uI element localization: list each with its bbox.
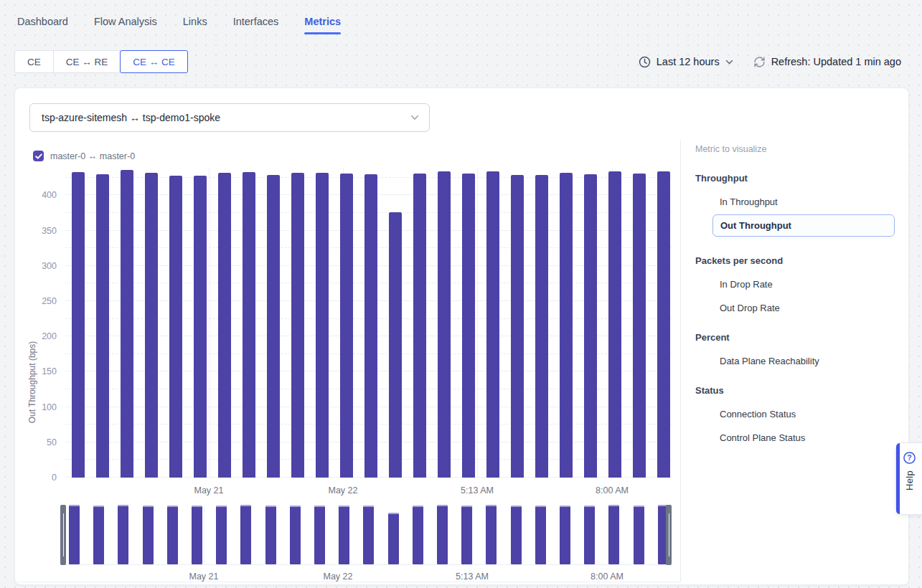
metric-group-title: Status (695, 385, 894, 396)
bar[interactable] (218, 173, 231, 478)
gridline-vertical (607, 505, 608, 564)
nav-item-flow-analysis[interactable]: Flow Analysis (94, 16, 157, 34)
main-bar-chart[interactable] (65, 167, 672, 478)
y-tick-label: 50 (47, 437, 57, 447)
bar[interactable] (389, 212, 402, 478)
metric-item-in-throughput[interactable]: In Throughput (695, 196, 894, 207)
brush-handle-left[interactable] (60, 505, 66, 565)
overview-bar (167, 506, 178, 564)
overview-bar (118, 505, 128, 564)
overview-bar (584, 506, 595, 564)
x-tick-label: 5:13 AM (456, 572, 489, 582)
series-checkbox-label: master-0 ↔ master-0 (50, 151, 135, 161)
overview-brush-chart[interactable] (60, 505, 672, 565)
series-checkbox[interactable]: master-0 ↔ master-0 (33, 151, 135, 161)
y-tick-label: 150 (42, 366, 57, 376)
bar[interactable] (291, 173, 304, 478)
metric-item-out-throughput[interactable]: Out Throughput (712, 214, 895, 237)
bar[interactable] (560, 173, 573, 478)
bar[interactable] (486, 171, 499, 478)
overview-bar (486, 505, 497, 564)
y-tick-label: 250 (42, 296, 57, 306)
bar[interactable] (145, 173, 158, 478)
overview-bar (634, 506, 644, 564)
clock-icon (639, 56, 651, 68)
panel-content: master-0 ↔ master-0 Out Throughput (bps)… (15, 141, 908, 585)
time-range-dropdown[interactable]: Last 12 hours (639, 56, 733, 68)
overview-bar (216, 506, 227, 564)
nav-item-dashboard[interactable]: Dashboard (17, 16, 68, 34)
overview-bar (339, 506, 349, 564)
bar[interactable] (633, 174, 646, 478)
overview-bar (143, 506, 154, 564)
bar[interactable] (96, 174, 109, 478)
bar[interactable] (72, 172, 85, 478)
bar[interactable] (535, 175, 548, 478)
help-circle-icon: ? (903, 451, 916, 465)
bar[interactable] (584, 174, 597, 478)
top-nav: Dashboard Flow Analysis Links Interfaces… (17, 16, 341, 34)
bar[interactable] (608, 171, 621, 478)
bar[interactable] (121, 170, 133, 478)
metric-group-title: Throughput (695, 173, 894, 184)
overview-bar (314, 506, 325, 564)
metric-sidebar: Metric to visualize ThroughputIn Through… (681, 141, 908, 585)
overview-bar (511, 506, 522, 564)
overview-bar (437, 505, 448, 564)
y-tick-label: 0 (52, 473, 57, 483)
bar[interactable] (194, 176, 207, 478)
help-button[interactable]: ? Help (895, 442, 922, 515)
segment-ce-re[interactable]: CE ↔ RE (53, 50, 121, 73)
y-tick-label: 400 (42, 190, 57, 200)
overview-bar (535, 506, 546, 564)
nav-item-links[interactable]: Links (183, 16, 207, 34)
bar[interactable] (169, 176, 182, 478)
y-tick-label: 100 (42, 402, 57, 412)
x-tick-label: May 21 (189, 572, 219, 582)
segment-ce[interactable]: CE (14, 50, 54, 73)
bar[interactable] (316, 173, 329, 478)
time-range-label: Last 12 hours (657, 56, 720, 67)
overview-bar (240, 505, 251, 564)
refresh-control[interactable]: Refresh: Updated 1 min ago (753, 56, 901, 68)
x-tick-label: May 21 (194, 485, 224, 495)
brush-handle-right[interactable] (666, 505, 672, 565)
bar[interactable] (267, 175, 280, 478)
metric-item-out-drop-rate[interactable]: Out Drop Rate (695, 303, 894, 313)
bar[interactable] (340, 174, 353, 478)
help-label: Help (904, 470, 915, 490)
y-tick-label: 300 (42, 261, 57, 271)
metric-item-control-plane-status[interactable]: Control Plane Status (695, 432, 894, 443)
scope-segmented-control: CE CE ↔ RE CE ↔ CE (14, 50, 188, 73)
chart-section: master-0 ↔ master-0 Out Throughput (bps)… (15, 141, 681, 582)
pair-select[interactable]: tsp-azure-sitemesh ↔ tsp-demo1-spoke (29, 103, 430, 132)
sidebar-title: Metric to visualize (695, 144, 894, 154)
checkbox-checked-icon[interactable] (33, 151, 44, 161)
chevron-down-icon (725, 60, 733, 65)
metric-item-data-plane-reachability[interactable]: Data Plane Reachability (695, 356, 894, 366)
gridline-vertical (204, 505, 204, 564)
metric-group-title: Percent (695, 332, 894, 343)
bar[interactable] (364, 174, 377, 478)
bar[interactable] (243, 172, 255, 478)
x-axis-ticks: May 21May 225:13 AM8:00 AM (65, 485, 672, 497)
segment-ce-ce[interactable]: CE ↔ CE (120, 50, 188, 73)
metrics-panel: tsp-azure-sitemesh ↔ tsp-demo1-spoke mas… (14, 87, 909, 585)
y-tick-label: 200 (42, 331, 57, 341)
metric-item-connection-status[interactable]: Connection Status (695, 409, 894, 419)
nav-item-metrics[interactable]: Metrics (304, 16, 341, 34)
svg-text:?: ? (907, 453, 911, 462)
overview-bar (265, 506, 276, 564)
nav-item-interfaces[interactable]: Interfaces (233, 16, 279, 34)
toolbar-right: Last 12 hours Refresh: Updated 1 min ago (639, 50, 901, 73)
metric-item-in-drop-rate[interactable]: In Drop Rate (695, 279, 894, 290)
gridline-vertical (209, 167, 210, 478)
bar[interactable] (511, 175, 524, 478)
overview-bar (413, 506, 423, 564)
bar[interactable] (657, 171, 670, 478)
bar[interactable] (462, 174, 475, 478)
overview-bar (461, 506, 472, 564)
bar[interactable] (413, 174, 426, 478)
overview-bar (290, 506, 301, 564)
bar[interactable] (438, 171, 451, 478)
